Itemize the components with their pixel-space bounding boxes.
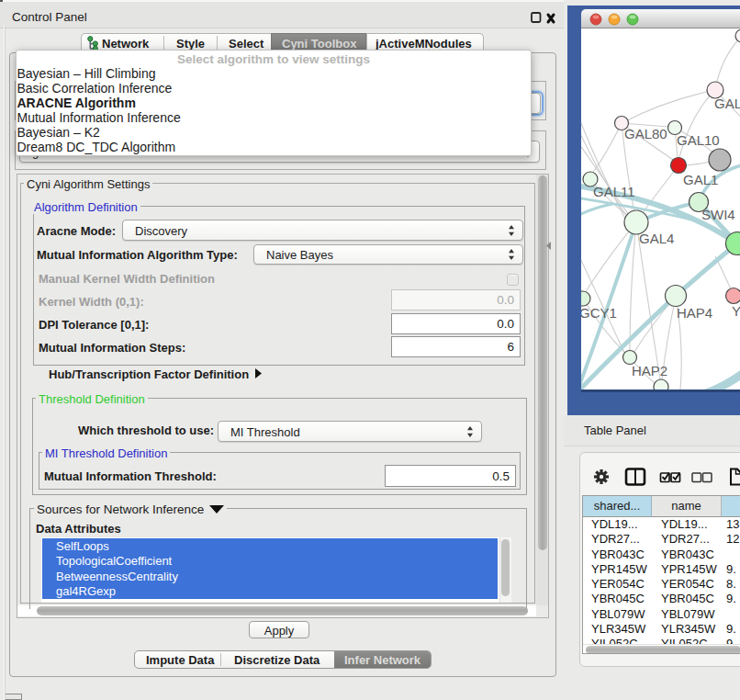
svg-text:GAL80: GAL80 [624,126,667,141]
svg-text:GCY1: GCY1 [581,305,617,321]
svg-text:GAL11: GAL11 [593,184,635,199]
svg-text:GAL4: GAL4 [639,231,674,246]
svg-text:HAP2: HAP2 [632,363,667,378]
svg-text:Y: Y [732,303,740,319]
svg-text:GAL7: GAL7 [714,96,740,111]
svg-text:HAP4: HAP4 [677,305,712,321]
svg-text:SWI4: SWI4 [701,207,735,222]
svg-text:GAL1: GAL1 [683,172,718,187]
svg-text:GAL10: GAL10 [677,132,720,148]
